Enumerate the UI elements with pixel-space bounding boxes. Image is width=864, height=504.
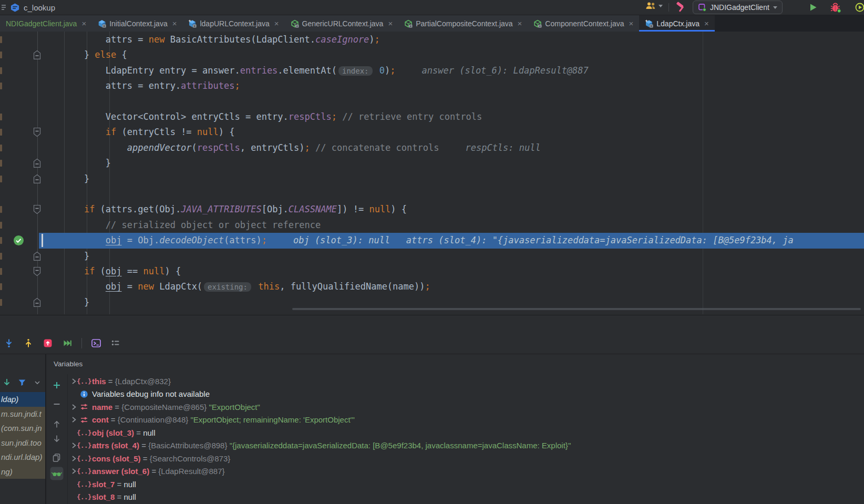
code-editor[interactable]: attrs = new BasicAttributes(LdapClient.c…: [0, 32, 864, 314]
braces-icon: {..}: [79, 493, 89, 501]
show-watches-icon[interactable]: [50, 467, 64, 480]
sliders-icon: [79, 416, 89, 424]
horizontal-scrollbar[interactable]: [292, 308, 861, 310]
variables-panel-header: Variables: [0, 354, 864, 375]
frames-options-icon[interactable]: [32, 377, 43, 388]
braces-icon: {..}: [79, 480, 89, 488]
variable-value: {LdapCtx@832}: [115, 377, 171, 386]
filter-frames-icon[interactable]: [16, 377, 28, 388]
close-tab-icon[interactable]: ×: [81, 19, 86, 27]
project-name: c_lookup: [24, 3, 55, 12]
variable-name: attrs (slot_4): [92, 441, 139, 450]
tab-ldapURLContext.java[interactable]: ldapURLContext.java×: [182, 15, 284, 32]
fold-marker-icon[interactable]: [33, 297, 41, 307]
variables-tab[interactable]: Variables: [54, 360, 83, 368]
toolbar-divider: [668, 3, 669, 12]
close-tab-icon[interactable]: ×: [629, 19, 634, 27]
class-green-icon: [404, 19, 413, 28]
fold-marker-icon[interactable]: [33, 127, 41, 137]
code-with-me-users-icon[interactable]: [645, 2, 663, 10]
fold-marker-icon[interactable]: [33, 251, 41, 261]
inline-debug-hint: answer (slot_6): LdapResult@887: [422, 65, 589, 76]
variable-row[interactable]: name = {CompositeName@865} "ExportObject…: [68, 400, 864, 413]
gutter-mark: [0, 67, 2, 74]
stack-frame-item[interactable]: m.sun.jndi.t: [0, 407, 45, 421]
layout-settings-icon[interactable]: [109, 336, 122, 350]
tab-PartialCompositeContext.java[interactable]: PartialCompositeContext.java×: [398, 15, 528, 32]
remove-watch-icon[interactable]: [50, 397, 64, 411]
equals-sign: =: [109, 415, 118, 424]
variable-value: {SearchControls@873}: [150, 454, 231, 463]
gutter-mark: [0, 129, 2, 136]
close-tab-icon[interactable]: ×: [704, 19, 709, 27]
breakpoint-check-icon[interactable]: [13, 235, 24, 246]
variable-row[interactable]: {..}answer (slot_6) = {LdapResult@887}: [68, 465, 864, 478]
debug-step-toolbar: [0, 315, 864, 354]
main-menu-icon[interactable]: [1, 4, 6, 11]
add-watch-icon[interactable]: [50, 378, 64, 392]
variable-row[interactable]: {..}slot_8 = null: [68, 491, 864, 503]
variable-row[interactable]: {..}obj (slot_3) = null: [68, 426, 864, 439]
stack-frame-item[interactable]: (com.sun.jn: [0, 421, 45, 436]
code-line: obj = Obj.decodeObject(attrs);obj (slot_…: [41, 233, 794, 248]
variable-row[interactable]: {..}slot_7 = null: [68, 478, 864, 490]
fold-marker-icon[interactable]: [33, 204, 41, 214]
variable-row[interactable]: {..}cons (slot_5) = {SearchControls@873}: [68, 452, 864, 465]
code-line: attrs = entry.attributes;: [41, 78, 240, 94]
tab-label: GenericURLContext.java: [302, 19, 384, 28]
force-step-icon[interactable]: [41, 336, 55, 350]
tab-InitialContext.java[interactable]: InitialContext.java×: [92, 15, 182, 32]
variable-value: null: [143, 428, 155, 437]
tab-GenericURLContext.java[interactable]: GenericURLContext.java×: [285, 15, 399, 32]
braces-icon: {..}: [79, 377, 89, 385]
variable-value: {LdapResult@887}: [158, 467, 224, 476]
debug-bug-icon[interactable]: [830, 2, 842, 14]
code-line: obj = new LdapCtx(existing: this, fullyQ…: [41, 279, 430, 294]
run-button[interactable]: [808, 3, 818, 12]
run-to-cursor-icon[interactable]: [60, 336, 74, 350]
tab-LdapCtx.java[interactable]: LdapCtx.java×: [639, 15, 714, 32]
tab-ComponentContext.java[interactable]: ComponentContext.java×: [528, 15, 639, 32]
build-hammer-icon[interactable]: [675, 2, 687, 13]
step-out-icon[interactable]: [22, 336, 35, 350]
profiler-icon[interactable]: [855, 2, 864, 13]
variables-tree[interactable]: {..}this = {LdapCtx@832}Variables debug …: [68, 374, 864, 504]
frames-panel[interactable]: ldap)m.sun.jndi.t(com.sun.jnsun.jndi.too…: [0, 374, 45, 504]
stack-frame-item[interactable]: ng): [0, 465, 45, 479]
code-line: }: [41, 156, 111, 171]
variable-row[interactable]: {..}this = {LdapCtx@832}: [68, 375, 864, 387]
gutter-mark: [0, 299, 2, 306]
info-icon: [79, 390, 89, 398]
expand-chevron-icon[interactable]: [70, 416, 78, 424]
tab-bar-empty-area: [715, 15, 864, 32]
braces-icon: {..}: [79, 429, 89, 437]
copy-value-icon[interactable]: [50, 451, 64, 465]
tab-NDIGadgetClient.java[interactable]: NDIGadgetClient.java×: [0, 15, 92, 32]
variables-info-row[interactable]: Variables debug info not available: [68, 388, 864, 400]
fold-marker-icon[interactable]: [33, 50, 41, 60]
app-logo-icon[interactable]: [10, 3, 20, 13]
equals-sign: =: [139, 441, 148, 450]
close-tab-icon[interactable]: ×: [172, 19, 177, 27]
stack-frame-item[interactable]: ndi.url.ldap): [0, 450, 45, 465]
fold-marker-icon[interactable]: [33, 158, 41, 168]
step-into-icon[interactable]: [2, 336, 16, 350]
hide-frames-icon[interactable]: [1, 377, 13, 388]
close-tab-icon[interactable]: ×: [518, 19, 522, 27]
variable-name: slot_7: [92, 480, 115, 489]
inline-debug-hint: obj (slot_3): null attrs (slot_4): "{jav…: [293, 235, 794, 245]
fold-marker-icon[interactable]: [33, 266, 41, 276]
variable-row[interactable]: cont = {Continuation@848} "ExportObject;…: [68, 414, 864, 426]
move-down-icon[interactable]: [50, 432, 64, 446]
stack-frame-item[interactable]: ldap): [0, 392, 45, 407]
move-up-icon[interactable]: [50, 417, 64, 431]
run-config-selector[interactable]: JNDIGadgetClient: [693, 1, 783, 14]
stack-frame-item[interactable]: sun.jndi.too: [0, 436, 45, 450]
fold-marker-icon[interactable]: [33, 174, 41, 184]
close-tab-icon[interactable]: ×: [274, 19, 279, 27]
console-icon[interactable]: [89, 336, 103, 350]
close-tab-icon[interactable]: ×: [388, 19, 393, 27]
variable-row[interactable]: {..}attrs (slot_4) = {BasicAttributes@89…: [68, 439, 864, 452]
expand-chevron-icon[interactable]: [70, 403, 78, 411]
sliders-icon: [79, 403, 89, 411]
